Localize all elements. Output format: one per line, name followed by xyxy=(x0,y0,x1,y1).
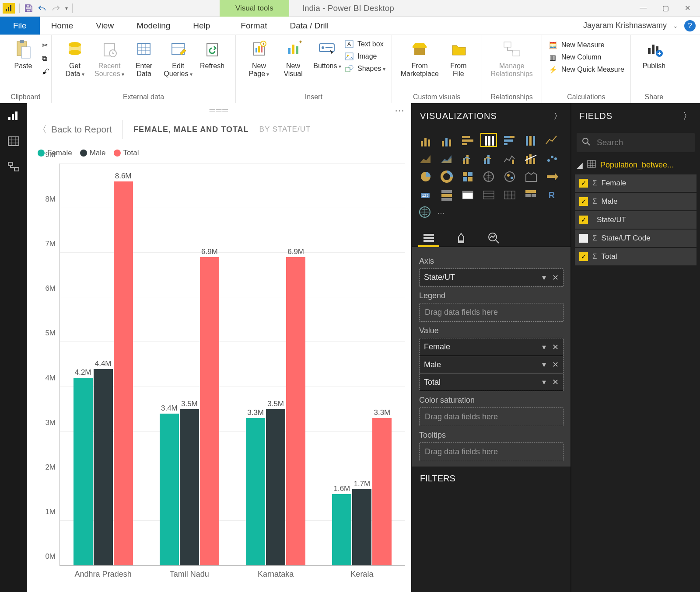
value-well[interactable]: Female▾✕Male▾✕Total▾✕ xyxy=(419,338,564,391)
field-row[interactable]: ΣState/UT Code xyxy=(575,230,696,247)
viz-type-option[interactable] xyxy=(501,170,518,184)
viz-tab-format-icon[interactable] xyxy=(452,229,470,247)
user-menu-chevron-icon[interactable]: ⌄ xyxy=(673,22,678,29)
bar[interactable]: 1.7M xyxy=(352,489,371,565)
tab-file[interactable]: File xyxy=(0,17,40,35)
field-checkbox[interactable]: ✓ xyxy=(579,179,588,188)
value-chip[interactable]: Total▾✕ xyxy=(420,373,563,391)
viz-tab-fields-icon[interactable] xyxy=(420,229,438,247)
viz-type-option[interactable] xyxy=(543,151,560,165)
viz-type-option[interactable] xyxy=(480,170,497,184)
new-measure-button[interactable]: 🧮New Measure xyxy=(548,40,624,50)
chevron-down-icon[interactable]: ▾ xyxy=(542,273,546,282)
save-icon[interactable] xyxy=(24,4,33,13)
textbox-button[interactable]: AText box xyxy=(344,39,385,49)
tooltips-well[interactable]: Drag data fields here xyxy=(419,442,564,461)
bar[interactable]: 6.9M xyxy=(286,257,305,565)
remove-icon[interactable]: ✕ xyxy=(552,273,559,282)
remove-icon[interactable]: ✕ xyxy=(552,377,559,387)
viz-type-option[interactable] xyxy=(417,170,434,184)
tab-data-drill[interactable]: Data / Drill xyxy=(279,17,340,35)
field-row[interactable]: ✓State/UT xyxy=(575,211,696,229)
viz-type-option[interactable] xyxy=(543,133,560,147)
remove-icon[interactable]: ✕ xyxy=(552,342,559,352)
nav-model-icon[interactable] xyxy=(6,160,21,173)
new-column-button[interactable]: ▥New Column xyxy=(548,52,624,62)
field-row[interactable]: ✓ΣMale xyxy=(575,193,696,210)
viz-type-option[interactable] xyxy=(438,133,455,147)
fields-search[interactable] xyxy=(577,133,695,152)
viz-type-option[interactable] xyxy=(501,133,518,147)
viz-type-option[interactable] xyxy=(417,151,434,165)
buttons-button[interactable]: Buttons xyxy=(310,38,344,70)
nav-data-icon[interactable] xyxy=(6,135,21,148)
field-checkbox[interactable]: ✓ xyxy=(579,197,588,206)
bar[interactable]: 4.4M xyxy=(94,369,113,565)
viz-type-option[interactable] xyxy=(501,151,518,165)
viz-type-option[interactable]: 123 xyxy=(417,188,434,202)
user-name[interactable]: Jayaram Krishnaswamy xyxy=(583,21,667,30)
filters-header[interactable]: FILTERS xyxy=(412,467,570,491)
new-quick-measure-button[interactable]: ⚡New Quick Measure xyxy=(548,65,624,74)
viz-type-option[interactable] xyxy=(522,188,539,202)
chevron-down-icon[interactable]: ▾ xyxy=(542,342,546,352)
tab-format[interactable]: Format xyxy=(229,17,278,35)
undo-icon[interactable] xyxy=(37,4,47,13)
close-icon[interactable]: ✕ xyxy=(685,4,690,12)
report-canvas[interactable]: ═══ ⋯ 〈Back to Report FEMALE, MALE AND T… xyxy=(27,103,412,592)
cut-icon[interactable]: ✂ xyxy=(42,41,49,49)
edit-queries-button[interactable]: Edit Queries xyxy=(161,38,195,78)
viz-type-option[interactable] xyxy=(480,133,497,147)
bar[interactable]: 3.5M xyxy=(266,409,285,565)
axis-chip-state[interactable]: State/UT▾✕ xyxy=(420,269,563,286)
axis-well[interactable]: State/UT▾✕ xyxy=(419,268,564,287)
bar[interactable]: 8.6M xyxy=(114,181,133,565)
viz-type-option[interactable] xyxy=(459,170,476,184)
bar[interactable]: 3.4M xyxy=(160,414,179,565)
viz-type-option[interactable] xyxy=(459,188,476,202)
viz-type-option[interactable] xyxy=(438,170,455,184)
search-input[interactable] xyxy=(596,137,690,148)
field-checkbox[interactable]: ✓ xyxy=(579,216,588,224)
bar[interactable]: 3.3M xyxy=(246,418,265,565)
paste-button[interactable]: Paste xyxy=(6,38,40,70)
bar[interactable]: 3.5M xyxy=(180,409,199,565)
viz-type-option[interactable] xyxy=(543,170,560,184)
collapse-icon[interactable]: ◢ xyxy=(577,160,583,170)
minimize-icon[interactable]: — xyxy=(640,4,647,12)
qat-dropdown-icon[interactable]: ▾ xyxy=(65,5,68,11)
bar[interactable]: 3.3M xyxy=(372,418,392,565)
viz-type-option[interactable] xyxy=(522,133,539,147)
maximize-icon[interactable]: ▢ xyxy=(662,4,669,12)
field-row[interactable]: ✓ΣTotal xyxy=(575,248,696,265)
viz-tab-analytics-icon[interactable] xyxy=(485,229,502,247)
viz-type-option[interactable]: R xyxy=(543,188,560,202)
new-visual-button[interactable]: ✦New Visual xyxy=(276,38,310,78)
viz-more-icon[interactable]: ⋯ xyxy=(438,209,444,217)
tab-modeling[interactable]: Modeling xyxy=(125,17,182,35)
image-button[interactable]: Image xyxy=(344,52,385,61)
visual-more-icon[interactable]: ⋯ xyxy=(395,105,405,116)
tab-help[interactable]: Help xyxy=(182,17,221,35)
remove-icon[interactable]: ✕ xyxy=(552,360,559,369)
viz-type-option[interactable] xyxy=(459,151,476,165)
visual-drag-handle-icon[interactable]: ═══ xyxy=(210,106,229,115)
legend-well[interactable]: Drag data fields here xyxy=(419,303,564,322)
chevron-down-icon[interactable]: ▾ xyxy=(542,360,546,369)
viz-type-option[interactable] xyxy=(522,170,539,184)
viz-type-option[interactable] xyxy=(480,151,497,165)
value-chip[interactable]: Female▾✕ xyxy=(420,338,563,356)
value-chip[interactable]: Male▾✕ xyxy=(420,356,563,373)
from-marketplace-button[interactable]: From Marketplace xyxy=(398,38,441,78)
refresh-button[interactable]: Refresh xyxy=(195,38,229,70)
manage-relationships-button[interactable]: Manage Relationships xyxy=(488,38,536,78)
chevron-right-icon[interactable]: 〉 xyxy=(683,110,692,122)
redo-icon[interactable] xyxy=(51,4,61,13)
viz-type-option[interactable] xyxy=(438,188,455,202)
viz-type-option[interactable] xyxy=(522,151,539,165)
recent-sources-button[interactable]: Recent Sources xyxy=(92,38,127,78)
copy-icon[interactable]: ⧉ xyxy=(42,55,49,63)
field-checkbox[interactable]: ✓ xyxy=(579,252,588,261)
from-file-button[interactable]: From File xyxy=(441,38,476,78)
fields-table-row[interactable]: ◢ Population_betwee... xyxy=(571,157,700,174)
